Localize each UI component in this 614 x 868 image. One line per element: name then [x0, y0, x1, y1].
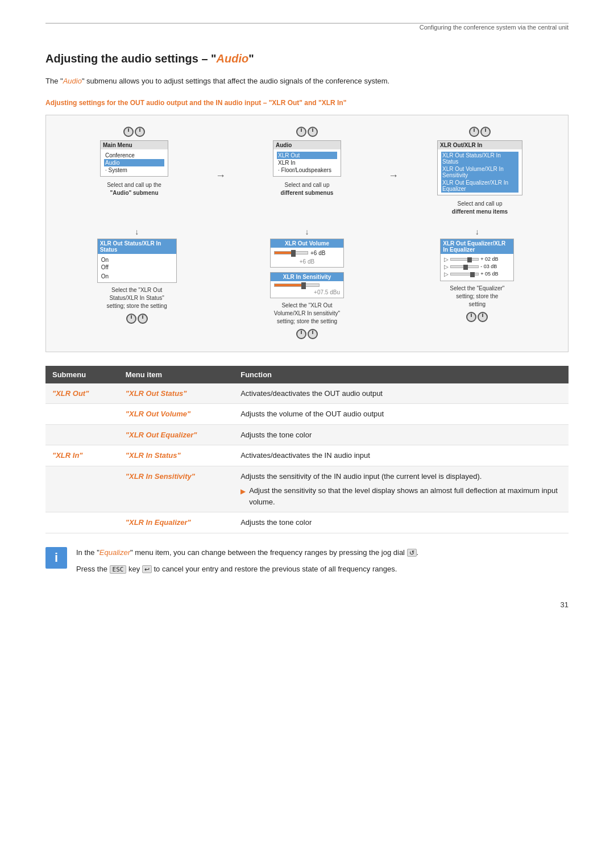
menuitem-val-2: "XLR Out Volume": [126, 410, 190, 418]
menuitem-cell-3: "XLR Out Equalizer": [119, 424, 234, 445]
slider-fill-sens: [275, 284, 304, 286]
diag-label-1: Select and call up the"Audio" submenu: [100, 181, 168, 197]
submenu-cell-4: "XLR In": [45, 445, 119, 466]
col-header-function: Function: [234, 366, 569, 383]
diag-col-3: XLR Out/XLR In XLR Out Status/XLR In Sta…: [401, 124, 559, 216]
title-text: Adjusting the audio settings – ": [45, 52, 217, 65]
sub-box-1: XLR Out Status/XLR In Status On Off On: [97, 239, 177, 283]
submenu-val-4: "XLR In": [52, 451, 83, 460]
function-cell-1: Activates/deactivates the OUT audio outp…: [234, 383, 569, 404]
jog-dial-badge: ↺: [407, 549, 417, 557]
info-text2-before: Press the: [76, 565, 110, 573]
diag-label-b3: Select the "Equalizer"setting; store the…: [443, 285, 511, 308]
knob-6: [480, 127, 491, 137]
eq-marker-3: [470, 272, 475, 277]
submenu-cell-5: [45, 466, 119, 512]
knob-b5: [466, 312, 476, 322]
diag-label-3: Select and call updifferent menu items: [446, 200, 514, 216]
knob-b6: [478, 312, 488, 322]
down-arrow-2: ↓: [305, 227, 309, 236]
diag-bottom: ↓ XLR Out Status/XLR In Status On Off On…: [55, 225, 559, 343]
header-bar: Configuring the conference system via th…: [45, 23, 569, 35]
diag-bottom-col-1: ↓ XLR Out Status/XLR In Status On Off On…: [55, 225, 218, 327]
info-equalizer-highlight: Equalizer: [99, 548, 130, 557]
info-box: i In the "Equalizer" menu item, you can …: [45, 547, 569, 575]
menuitem-val-5: "XLR In Sensitivity": [126, 472, 195, 481]
slider-track-vol: [274, 251, 308, 254]
info-icon-text: i: [55, 550, 58, 565]
knob-b2: [138, 314, 148, 324]
knob-5: [469, 127, 479, 137]
vol-value: +6 dB: [310, 250, 325, 256]
eq-row-3: ▷ + 05 dB: [444, 271, 510, 277]
eq-row-1: ▷ + 02 dB: [444, 256, 510, 262]
intro-before: The ": [45, 77, 63, 85]
eq-title: XLR Out Equalizer/XLR In Equalizer: [441, 239, 513, 254]
section-heading: Adjusting settings for the OUT audio out…: [45, 99, 569, 107]
menuitem-cell-6: "XLR In Equalizer": [119, 512, 234, 533]
knob-2: [135, 127, 145, 137]
function-cell-2: Adjusts the volume of the OUT audio outp…: [234, 404, 569, 425]
status-off: Off: [101, 264, 173, 271]
esc-key-icon: ↩: [142, 565, 152, 573]
arrow-1: →: [215, 170, 226, 182]
eq-val-3: + 05 dB: [480, 271, 498, 277]
knob-1: [123, 127, 134, 137]
knob-row-3: [469, 127, 491, 137]
esc-key-badge: ESC: [110, 565, 127, 574]
info-text1-after: " menu item, you can change between the …: [130, 548, 418, 557]
diag-bottom-col-2: ↓ XLR Out Volume +6 dB +6 dB XLR In Sens…: [225, 225, 388, 343]
eq-val-2: - 03 dB: [480, 264, 497, 269]
col-header-submenu: Submenu: [45, 366, 119, 383]
diag-label-2: Select and call updifferent submenus: [273, 181, 341, 197]
diag-label-b1: Select the "XLR OutStatus/XLR In Status"…: [103, 286, 171, 310]
intro-highlight: Audio: [63, 77, 82, 85]
diag-bottom-col-3: ↓ XLR Out Equalizer/XLR In Equalizer ▷ +…: [396, 225, 559, 326]
menu-title-1: Main Menu: [101, 141, 168, 149]
info-text-container: In the "Equalizer" menu item, you can ch…: [76, 547, 418, 575]
diag-col-2: Audio XLR Out XLR In · Floor/Loudspeaker…: [228, 124, 386, 197]
table-row: "XLR Out Volume" Adjusts the volume of t…: [45, 404, 569, 425]
submenu-cell-1: "XLR Out": [45, 383, 119, 404]
eq-track-3: [450, 273, 479, 276]
arrow-2: →: [388, 170, 399, 182]
slider-fill-vol: [275, 252, 293, 254]
eq-row-2: ▷ - 03 dB: [444, 264, 510, 270]
knob-b3: [296, 329, 306, 339]
menu-item-conference: Conference: [104, 152, 164, 159]
table-row: "XLR In Equalizer" Adjusts the tone colo…: [45, 512, 569, 533]
vol-title: XLR Out Volume: [271, 239, 343, 248]
bullet-item-1: ▶ Adjust the sensitivity so that the lev…: [240, 485, 562, 507]
submenu-val-1: "XLR Out": [52, 389, 89, 398]
info-paragraph-2: Press the ESC key ↩ to cancel your entry…: [76, 564, 418, 575]
table-row: "XLR In" "XLR In Status" Activates/deact…: [45, 445, 569, 466]
submenu-cell-6: [45, 512, 119, 533]
table-row: "XLR Out Equalizer" Adjusts the tone col…: [45, 424, 569, 445]
knob-b1: [126, 314, 136, 324]
eq-val-1: + 02 dB: [480, 256, 498, 262]
bullet-arrow-1: ▶: [240, 486, 246, 496]
page-number: 31: [561, 600, 569, 609]
menu-item-xlrin: XLR In: [277, 159, 337, 166]
sens-title: XLR In Sensitivity: [271, 273, 343, 281]
vol-box: XLR Out Volume +6 dB +6 dB: [270, 239, 344, 268]
menuitem-val-1: "XLR Out Status": [126, 389, 187, 398]
menuitem-val-4: "XLR In Status": [126, 451, 181, 460]
diag-label-b2: Select the "XLR OutVolume/XLR In sensiti…: [273, 302, 341, 326]
submenu-cell-2: [45, 404, 119, 425]
function-table: Submenu Menu item Function "XLR Out" "XL…: [45, 366, 569, 533]
down-arrow-3: ↓: [475, 227, 479, 236]
slider-track-sens: [274, 283, 320, 287]
menu-item-floor: · Floor/Loudspeakers: [277, 166, 337, 174]
bullet-text-1: Adjust the sensitivity so that the level…: [249, 485, 562, 507]
eq-arrow-3: ▷: [444, 271, 449, 277]
diagram-container: Main Menu Conference Audio · System Sele…: [45, 115, 569, 352]
sens-note: +07.5 dBu: [274, 289, 340, 295]
function-cell-4: Activates/deactivates the IN audio input: [234, 445, 569, 466]
knob-row-1: [123, 127, 145, 137]
page-title: Adjusting the audio settings – "Audio": [45, 52, 569, 65]
knob-row-b3: [466, 312, 488, 322]
info-icon: i: [45, 547, 67, 569]
eq-track-1: [450, 258, 479, 261]
eq-marker-1: [467, 257, 472, 262]
